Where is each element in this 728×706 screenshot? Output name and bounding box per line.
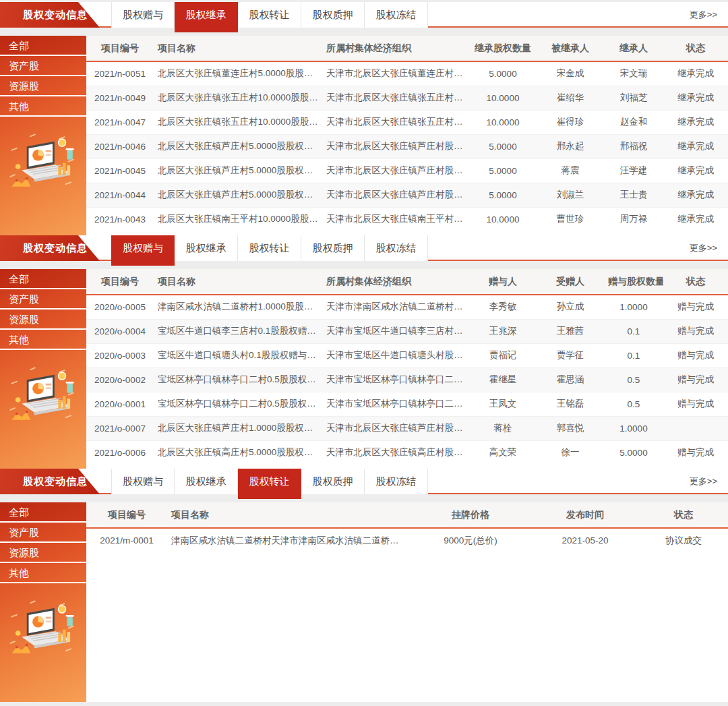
table-row[interactable]: 2021/o-0006北辰区大张庄镇高庄村5.0000股股权赠与...天津市北辰… — [86, 440, 728, 465]
laptop-chart-illustration — [5, 593, 81, 680]
table-cell: 赠与完成 — [663, 392, 728, 416]
sidebar-item-资源股[interactable]: 资源股 — [0, 310, 86, 330]
table-cell: 崔绍华 — [537, 86, 604, 110]
category-sidebar: 全部资产股资源股其他 — [0, 36, 86, 235]
table-cell: 李秀敏 — [469, 295, 537, 319]
sidebar-item-全部[interactable]: 全部 — [0, 36, 86, 56]
table-cell: 北辰区大张庄镇芦庄村5.0000股股权继承... — [154, 158, 322, 183]
equity-change-section: 股权变动信息 股权赠与股权继承股权转让股权质押股权冻结 更多>> 全部资产股资源… — [0, 235, 728, 469]
tab-group: 股权赠与股权继承股权转让股权质押股权冻结 — [111, 235, 428, 261]
table-cell: 北辰区大张庄镇张五庄村10.0000股股权继... — [154, 86, 322, 110]
table-cell: 宝坻区牛道口镇塘头村0.1股股权赠与项目 — [154, 343, 322, 367]
table-cell: 刘淑兰 — [537, 183, 604, 207]
table-cell: 孙立成 — [537, 295, 604, 319]
sidebar-item-资产股[interactable]: 资产股 — [0, 289, 86, 310]
table-row[interactable]: 2021/n-0051北辰区大张庄镇董连庄村5.0000股股权继...天津市北辰… — [86, 61, 728, 86]
table-cell: 天津市宝坻区牛道口镇李三店村股... — [322, 319, 469, 343]
more-link[interactable]: 更多>> — [690, 469, 717, 494]
more-link[interactable]: 更多>> — [690, 235, 717, 261]
table-row[interactable]: 2021/n-0047北辰区大张庄镇张五庄村10.0000股股权继...天津市北… — [86, 110, 728, 134]
table-cell: 北辰区大张庄镇高庄村5.0000股股权赠与... — [154, 440, 322, 465]
table-cell: 天津市北辰区大张庄镇芦庄村股份... — [322, 134, 469, 158]
table-row[interactable]: 2020/o-0003宝坻区牛道口镇塘头村0.1股股权赠与项目天津市宝坻区牛道口… — [86, 343, 728, 367]
sidebar-item-其他[interactable]: 其他 — [0, 96, 86, 117]
tab-股权质押[interactable]: 股权质押 — [301, 235, 365, 261]
tab-股权继承[interactable]: 股权继承 — [175, 469, 238, 494]
table-cell: 宝坻区林亭口镇林亭口二村0.5股股权赠与... — [154, 392, 322, 416]
tab-股权转让[interactable]: 股权转让 — [238, 2, 301, 28]
tab-股权赠与[interactable]: 股权赠与 — [111, 2, 175, 28]
table-cell: 天津市北辰区大张庄镇董连庄村股... — [322, 61, 469, 86]
sidebar-item-资源股[interactable]: 资源股 — [0, 76, 86, 96]
section-banner: 股权变动信息 — [0, 469, 102, 494]
tab-股权转让[interactable]: 股权转让 — [238, 469, 301, 499]
table-cell: 崔得珍 — [537, 110, 604, 134]
table-cell: 贾福记 — [469, 343, 537, 367]
sidebar-item-全部[interactable]: 全部 — [0, 269, 86, 289]
table-cell: 天津市北辰区大张庄镇芦庄村股份... — [322, 158, 469, 183]
column-header: 赠与人 — [469, 269, 537, 295]
table-cell: 2020/o-0002 — [86, 367, 154, 392]
table-row[interactable]: 2021/n-0045北辰区大张庄镇芦庄村5.0000股股权继承...天津市北辰… — [86, 158, 728, 183]
table-cell: 郭喜悦 — [537, 416, 604, 440]
sidebar-item-资源股[interactable]: 资源股 — [0, 543, 86, 563]
table-row[interactable]: 2021/o-0007北辰区大张庄镇芦庄村1.0000股股权赠与...天津市北辰… — [86, 416, 728, 440]
sidebar-item-资产股[interactable]: 资产股 — [0, 523, 86, 543]
table-cell: 高文荣 — [469, 440, 537, 465]
table-cell: 赠与完成 — [663, 367, 728, 392]
tab-股权继承[interactable]: 股权继承 — [175, 2, 238, 32]
tab-股权赠与[interactable]: 股权赠与 — [111, 469, 175, 494]
sidebar-item-其他[interactable]: 其他 — [0, 563, 86, 583]
table-cell: 天津市宝坻区林亭口镇林亭口二村... — [322, 392, 469, 416]
table-row[interactable]: 2021/n-0049北辰区大张庄镇张五庄村10.0000股股权继...天津市北… — [86, 86, 728, 110]
more-link[interactable]: 更多>> — [690, 2, 717, 28]
tab-股权冻结[interactable]: 股权冻结 — [365, 469, 428, 494]
table-row[interactable]: 2021/m-0001津南区咸水沽镇二道桥村天津市津南区咸水沽镇二道桥村股份经.… — [86, 528, 728, 552]
column-header: 被继承人 — [537, 36, 604, 61]
tab-股权冻结[interactable]: 股权冻结 — [365, 2, 428, 28]
sidebar-item-全部[interactable]: 全部 — [0, 502, 86, 523]
table-cell: 0.5 — [604, 367, 663, 392]
category-list: 全部资产股资源股其他 — [0, 269, 86, 350]
table-cell: 邢福祝 — [604, 134, 663, 158]
table-cell: 0.5 — [604, 392, 663, 416]
table-cell: 2021/n-0047 — [86, 110, 154, 134]
table-row[interactable]: 2021/n-0043北辰区大张庄镇南王平村10.0000股股权继...天津市北… — [86, 207, 728, 231]
tab-股权继承[interactable]: 股权继承 — [175, 235, 238, 261]
table-cell: 徐一 — [537, 440, 604, 465]
section-banner-label: 股权变动信息 — [23, 9, 88, 20]
sidebar-item-其他[interactable]: 其他 — [0, 330, 86, 350]
table-cell: 北辰区大张庄镇芦庄村5.0000股股权继承... — [154, 134, 322, 158]
table-cell: 王铭磊 — [537, 392, 604, 416]
table-cell: 蒋震 — [537, 158, 604, 183]
table-row[interactable]: 2020/o-0004宝坻区牛道口镇李三店村0.1股股权赠与项目天津市宝坻区牛道… — [86, 319, 728, 343]
table-cell: 2021/o-0007 — [86, 416, 154, 440]
table-cell: 北辰区大张庄镇南王平村10.0000股股权继... — [154, 207, 322, 231]
table-cell: 2020/o-0005 — [86, 295, 154, 319]
table-cell: 继承完成 — [663, 110, 728, 134]
data-table: 项目编号项目名称所属村集体经济组织赠与人受赠人赠与股权数量状态 2020/o-0… — [86, 269, 728, 465]
tab-股权质押[interactable]: 股权质押 — [301, 2, 365, 28]
data-table-area: 项目编号项目名称所属村集体经济组织赠与人受赠人赠与股权数量状态 2020/o-0… — [86, 269, 728, 469]
sidebar-item-资产股[interactable]: 资产股 — [0, 56, 86, 76]
table-cell: 10.0000 — [469, 110, 537, 134]
tab-股权赠与[interactable]: 股权赠与 — [111, 235, 175, 266]
tab-股权冻结[interactable]: 股权冻结 — [365, 235, 428, 261]
tab-股权转让[interactable]: 股权转让 — [238, 235, 301, 261]
table-cell: 继承完成 — [663, 158, 728, 183]
tab-股权质押[interactable]: 股权质押 — [301, 469, 365, 494]
table-cell: 继承完成 — [663, 183, 728, 207]
table-row[interactable]: 2021/n-0044北辰区大张庄镇芦庄村5.0000股股权继承...天津市北辰… — [86, 183, 728, 207]
table-row[interactable]: 2020/o-0002宝坻区林亭口镇林亭口二村0.5股股权赠与...天津市宝坻区… — [86, 367, 728, 392]
table-cell: 2021/n-0051 — [86, 61, 154, 86]
table-row[interactable]: 2021/n-0046北辰区大张庄镇芦庄村5.0000股股权继承...天津市北辰… — [86, 134, 728, 158]
column-header: 状态 — [639, 502, 728, 528]
table-cell: 赠与完成 — [663, 440, 728, 465]
table-cell: 2020/o-0003 — [86, 343, 154, 367]
table-cell: 王雅茜 — [537, 319, 604, 343]
table-row[interactable]: 2020/o-0005津南区咸水沽镇二道桥村1.0000股股权赠...天津市津南… — [86, 295, 728, 319]
table-cell: 天津市北辰区大张庄镇芦庄村股份... — [322, 416, 469, 440]
table-cell: 5.0000 — [604, 440, 663, 465]
table-row[interactable]: 2020/o-0001宝坻区林亭口镇林亭口二村0.5股股权赠与...天津市宝坻区… — [86, 392, 728, 416]
section-banner-label: 股权变动信息 — [23, 242, 88, 254]
